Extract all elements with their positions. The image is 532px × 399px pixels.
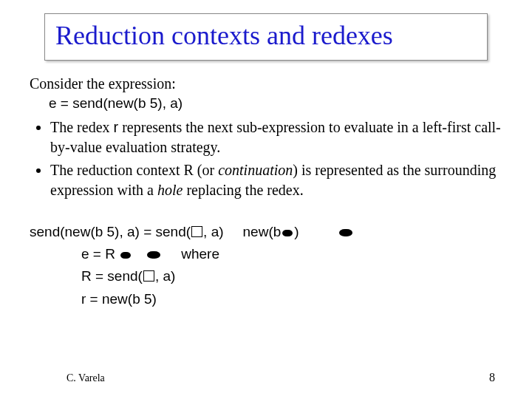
hole-icon xyxy=(143,270,154,282)
bullet1-text-a: The redex xyxy=(50,119,114,135)
deriv-line-3: R = send(, a) xyxy=(81,265,502,287)
bullet2-text-c: replacing the redex. xyxy=(183,182,303,198)
body: Consider the expression: e = send(new(b … xyxy=(30,74,502,310)
slide-title: Reduction contexts and redexes xyxy=(55,20,477,51)
bullet-1: The redex r represents the next sub-expr… xyxy=(50,117,502,157)
bullet2-text-a: The reduction context R (or xyxy=(50,162,218,178)
low1-b: , a) xyxy=(203,224,223,239)
hole-icon xyxy=(191,226,202,237)
slide: Reduction contexts and redexes Consider … xyxy=(0,0,532,399)
blob-icon xyxy=(282,230,293,236)
blob-icon xyxy=(339,229,352,236)
footer-author: C. Varela xyxy=(66,372,105,384)
bullet-list: The redex r represents the next sub-expr… xyxy=(30,117,502,200)
deriv-line-1: send(new(b 5), a) = send(, a)new(b) xyxy=(30,221,502,243)
low2-a: e = R xyxy=(81,246,119,262)
derivation-block: send(new(b 5), a) = send(, a)new(b) e = … xyxy=(30,221,502,311)
bullet1-text-b: represents the next sub-expression to ev… xyxy=(50,119,501,155)
low1-d: ) xyxy=(294,224,299,239)
bullet2-italic: continuation xyxy=(218,162,293,178)
bullet-2: The reduction context R (or continuation… xyxy=(50,160,502,200)
low1-a: send(new(b 5), a) = send( xyxy=(30,224,191,239)
blob-icon xyxy=(120,252,131,259)
bullet2-italic2: hole xyxy=(157,182,183,198)
low2-where: where xyxy=(181,246,219,262)
intro-line: Consider the expression: xyxy=(30,74,502,94)
expression-line: e = send(new(b 5), a) xyxy=(49,94,502,113)
blob-icon xyxy=(147,251,160,259)
deriv-line-2: e = R where xyxy=(81,243,502,265)
low3-a: R = send( xyxy=(81,268,143,284)
low1-c: new(b xyxy=(243,224,282,239)
title-container: Reduction contexts and redexes xyxy=(44,13,488,61)
low3-b: , a) xyxy=(155,268,175,284)
deriv-line-4: r = new(b 5) xyxy=(81,288,502,310)
footer-page-number: 8 xyxy=(489,371,495,384)
